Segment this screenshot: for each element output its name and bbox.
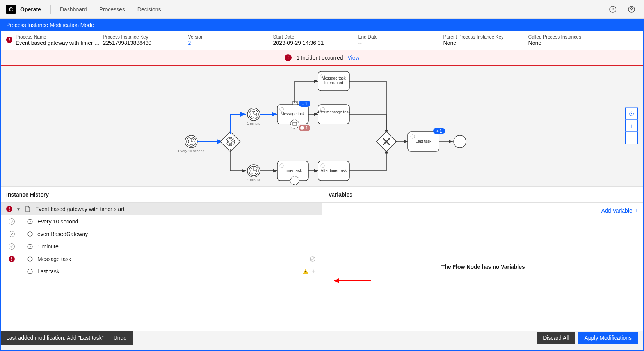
task-icon <box>27 255 34 262</box>
history-row[interactable]: ! Message task <box>0 253 322 265</box>
logo-icon: C <box>6 5 16 14</box>
history-row[interactable]: Every 10 second <box>0 215 322 228</box>
warning-icon <box>302 268 309 275</box>
svg-point-65 <box>29 233 31 235</box>
start-date-value: 2023-09-29 14:36:31 <box>273 40 355 46</box>
history-item-label: 1 minute <box>37 243 316 250</box>
variables-title: Variables <box>322 187 644 203</box>
chevron-down-icon[interactable]: ▼ <box>16 207 20 211</box>
svg-text:1: 1 <box>306 126 308 130</box>
svg-line-87 <box>28 270 29 270</box>
parent-key-label: Parent Process Instance Key <box>443 34 525 40</box>
svg-point-70 <box>30 259 30 259</box>
gateway-icon <box>27 230 34 238</box>
svg-line-80 <box>311 257 314 261</box>
help-icon[interactable]: ? <box>607 3 619 16</box>
instance-history-body: ! ▼ Event based gateway with timer start… <box>0 203 322 331</box>
last-modification-banner: Last added modification: Add "Last task"… <box>0 331 133 345</box>
history-row[interactable]: 1 minute <box>0 240 322 253</box>
ok-status-icon <box>9 231 15 237</box>
svg-line-75 <box>28 257 29 258</box>
end-date-value: -- <box>358 40 440 46</box>
svg-text:– 1: – 1 <box>302 102 307 106</box>
apply-modifications-button[interactable]: Apply Modifications <box>578 332 638 344</box>
history-item-label: Message task <box>37 256 306 262</box>
svg-point-48 <box>290 176 299 185</box>
add-token-icon[interactable]: + <box>312 268 315 275</box>
nav-dashboard[interactable]: Dashboard <box>60 6 87 12</box>
svg-rect-92 <box>305 273 306 273</box>
empty-status-icon <box>9 268 15 275</box>
history-root-label: Event based gateway with timer start <box>35 206 316 212</box>
history-item-label: Every 10 second <box>37 218 316 225</box>
annotation-arrow <box>326 277 373 285</box>
history-row[interactable]: eventBasedGateway <box>0 228 322 240</box>
bottom-panels: Instance History ! ▼ Event based gateway… <box>0 186 644 331</box>
svg-rect-64 <box>27 231 33 237</box>
document-icon <box>24 206 31 213</box>
process-name-value: Event based gateway with timer … <box>16 40 100 46</box>
timer-icon <box>27 218 34 225</box>
svg-text:interrupted: interrupted <box>324 81 343 85</box>
svg-point-60 <box>631 113 632 114</box>
svg-text:Timer task: Timer task <box>284 168 302 173</box>
zoom-controls: + − <box>625 108 638 144</box>
nav-processes[interactable]: Processes <box>99 6 125 12</box>
incident-bar: ! 1 Incident occurred View <box>0 50 644 66</box>
svg-line-89 <box>28 273 29 273</box>
svg-line-78 <box>31 257 32 258</box>
svg-text:Last task: Last task <box>416 139 432 144</box>
ok-status-icon <box>9 243 15 250</box>
history-item-label: Last task <box>37 268 299 275</box>
undo-button[interactable]: Undo <box>114 335 126 341</box>
alert-icon: ! <box>6 37 12 43</box>
error-status-icon: ! <box>6 206 12 212</box>
svg-line-76 <box>31 260 32 261</box>
process-name-label: Process Name <box>16 34 100 40</box>
variables-body: Add Variable + The Flow Node has no Vari… <box>322 203 644 331</box>
user-icon[interactable] <box>625 3 638 16</box>
zoom-in-button[interactable]: + <box>625 120 638 132</box>
zoom-reset-button[interactable] <box>625 108 638 120</box>
version-label: Version <box>188 34 270 40</box>
called-value: None <box>528 40 607 46</box>
nav-decisions[interactable]: Decisions <box>137 6 161 12</box>
cancel-token-icon[interactable] <box>310 256 316 262</box>
error-status-icon: ! <box>9 256 15 262</box>
last-modification-text: Last added modification: Add "Last task" <box>6 335 104 341</box>
svg-text:Message task: Message task <box>322 76 346 80</box>
history-row[interactable]: Last task + <box>0 265 322 278</box>
history-root-row[interactable]: ! ▼ Event based gateway with timer start <box>0 203 322 215</box>
parent-key-value: None <box>443 40 525 46</box>
svg-text:!: ! <box>302 126 303 130</box>
svg-line-88 <box>31 273 32 273</box>
add-variable-button[interactable]: Add Variable + <box>601 207 638 214</box>
svg-point-23 <box>290 120 299 128</box>
zoom-out-button[interactable]: − <box>625 132 638 144</box>
incident-view-link[interactable]: View <box>347 55 359 61</box>
svg-text:After message task: After message task <box>317 110 351 114</box>
svg-text:After timer task: After timer task <box>320 168 347 173</box>
top-nav: C Operate Dashboard Processes Decisions … <box>0 0 644 19</box>
no-variables-message: The Flow Node has no Variables <box>441 264 525 270</box>
app-name: Operate <box>20 6 41 12</box>
instance-key-value: 2251799813888430 <box>103 40 185 46</box>
version-value[interactable]: 2 <box>188 40 270 46</box>
discard-all-button[interactable]: Discard All <box>537 332 575 344</box>
footer-bar: Last added modification: Add "Last task"… <box>0 331 644 345</box>
ok-status-icon <box>9 218 15 225</box>
called-label: Called Process Instances <box>528 34 607 40</box>
mode-banner-text: Process Instance Modification Mode <box>6 22 94 28</box>
svg-rect-10 <box>221 132 240 152</box>
modification-mode-banner: Process Instance Modification Mode <box>0 19 644 31</box>
instance-details: ! Process Name Event based gateway with … <box>0 31 644 50</box>
svg-text:1 minute: 1 minute <box>247 122 261 126</box>
svg-text:?: ? <box>612 7 614 12</box>
svg-text:Every 10 second: Every 10 second <box>178 149 204 153</box>
variables-panel: Variables Add Variable + The Flow Node h… <box>322 186 644 331</box>
nav-divider <box>50 5 51 14</box>
svg-point-3 <box>631 7 633 9</box>
bpmn-diagram[interactable]: Every 10 second 1 minute Message task – … <box>0 66 644 186</box>
start-date-label: Start Date <box>273 34 355 40</box>
end-date-label: End Date <box>358 34 440 40</box>
